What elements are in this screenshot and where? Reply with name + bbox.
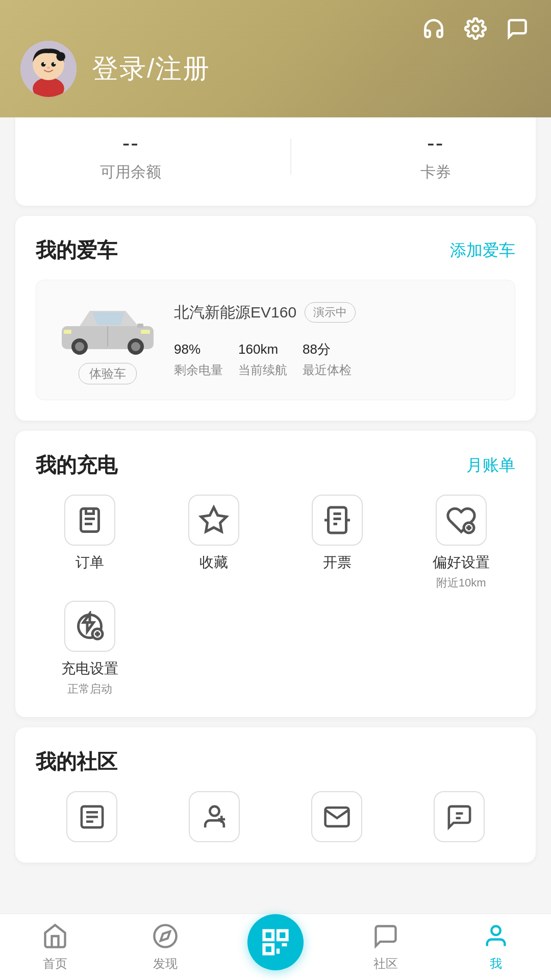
health-value: 88分 xyxy=(303,333,352,359)
coupon-label: 卡券 xyxy=(420,162,451,183)
header-icons xyxy=(420,15,531,42)
car-image-area: 体验车 xyxy=(52,296,164,384)
svg-marker-22 xyxy=(201,507,227,532)
charge-settings-label: 充电设置 xyxy=(61,659,118,678)
charge-settings-sublabel: 正常启动 xyxy=(67,681,112,697)
settings-icon[interactable] xyxy=(462,15,489,42)
car-name: 北汽新能源EV160 xyxy=(174,302,296,323)
svg-rect-15 xyxy=(141,330,150,334)
community-title: 我的社区 xyxy=(36,748,117,776)
heart-settings-icon xyxy=(446,505,477,535)
car-details: 北汽新能源EV160 演示中 98% 剩余电量 160km 当前续航 xyxy=(174,302,499,378)
community-item-follow[interactable] xyxy=(158,791,270,842)
user-icon xyxy=(483,923,509,951)
invoice-label: 开票 xyxy=(323,553,352,572)
battery-stat: 98% 剩余电量 xyxy=(174,333,223,378)
avatar[interactable] xyxy=(20,41,77,97)
charge-settings-icon xyxy=(74,611,105,642)
community-item-comment[interactable] xyxy=(403,791,515,842)
order-icon-box xyxy=(64,495,115,546)
battery-label: 剩余电量 xyxy=(174,362,223,378)
community-grid xyxy=(36,791,515,842)
invoice-icon xyxy=(322,505,353,535)
profile-row: 登录/注册 xyxy=(20,41,531,97)
car-info-card[interactable]: 体验车 北汽新能源EV160 演示中 98% 剩余电量 xyxy=(36,280,515,400)
post-icon-box xyxy=(66,791,117,842)
person-icon xyxy=(201,803,229,831)
health-label: 最近体检 xyxy=(303,362,352,378)
bottom-navigation: 首页 发现 社区 我 xyxy=(0,914,551,980)
svg-rect-47 xyxy=(278,930,287,940)
star-icon xyxy=(198,505,229,535)
nav-item-me[interactable]: 我 xyxy=(441,923,551,972)
preference-label: 偏好设置 xyxy=(433,553,490,572)
charging-item-order[interactable]: 订单 xyxy=(36,495,144,591)
svg-point-14 xyxy=(131,342,140,351)
my-car-title: 我的爱车 xyxy=(36,236,117,264)
my-car-card: 我的爱车 添加爱车 xyxy=(15,216,536,421)
community-header: 我的社区 xyxy=(36,748,515,776)
charging-item-preference[interactable]: 偏好设置 附近10km xyxy=(407,495,516,591)
available-balance[interactable]: -- 可用余额 xyxy=(100,130,161,183)
svg-point-12 xyxy=(75,342,84,351)
range-stat: 160km 当前续航 xyxy=(238,333,287,378)
mail-icon xyxy=(323,803,351,831)
clipboard-icon xyxy=(74,505,105,535)
charging-item-invoice[interactable]: 开票 xyxy=(283,495,392,591)
community-item-post[interactable] xyxy=(36,791,148,842)
login-register-text[interactable]: 登录/注册 xyxy=(92,51,210,87)
invoice-icon-box xyxy=(312,495,363,546)
preference-sublabel: 附近10km xyxy=(436,575,486,591)
nav-item-community[interactable]: 社区 xyxy=(331,923,441,972)
range-label: 当前续航 xyxy=(238,362,287,378)
comment-icon-box xyxy=(434,791,485,842)
monthly-bill-button[interactable]: 月账单 xyxy=(466,454,515,477)
message-box-icon-box xyxy=(311,791,362,842)
my-car-header: 我的爱车 添加爱车 xyxy=(36,236,515,264)
nav-center xyxy=(220,914,331,981)
charging-item-settings[interactable]: 充电设置 正常启动 xyxy=(36,601,144,697)
my-charging-card: 我的充电 月账单 订单 xyxy=(15,431,536,717)
headset-icon[interactable] xyxy=(420,15,447,42)
nav-item-discover[interactable]: 发现 xyxy=(110,923,220,972)
charging-row2: 充电设置 正常启动 xyxy=(36,601,515,697)
post-icon xyxy=(78,803,106,831)
nav-item-home[interactable]: 首页 xyxy=(0,923,110,972)
battery-value: 98% xyxy=(174,333,223,359)
scan-icon xyxy=(260,927,291,958)
balance-divider xyxy=(290,139,291,175)
coupon-balance[interactable]: -- 卡券 xyxy=(420,130,451,183)
discover-label: 发现 xyxy=(153,955,178,972)
compass-icon xyxy=(152,923,179,951)
charging-header: 我的充电 月账单 xyxy=(36,451,515,479)
svg-marker-45 xyxy=(161,931,170,940)
home-icon xyxy=(42,923,68,951)
add-car-button[interactable]: 添加爱车 xyxy=(450,239,515,262)
svg-point-54 xyxy=(491,926,500,935)
car-name-row: 北汽新能源EV160 演示中 xyxy=(174,302,499,323)
health-stat: 88分 最近体检 xyxy=(303,333,352,378)
charging-item-favorites[interactable]: 收藏 xyxy=(160,495,268,591)
community-nav-icon xyxy=(372,923,399,951)
comment-icon xyxy=(445,803,473,831)
community-label: 社区 xyxy=(373,955,398,972)
car-image xyxy=(57,296,159,357)
range-value: 160km xyxy=(238,333,287,359)
balance-label: 可用余额 xyxy=(100,162,161,183)
svg-point-9 xyxy=(47,67,51,69)
coupon-value: -- xyxy=(427,130,444,156)
svg-point-7 xyxy=(44,62,45,64)
svg-rect-18 xyxy=(137,324,143,328)
header-background: 登录/注册 xyxy=(0,0,551,117)
follow-icon-box xyxy=(189,791,240,842)
svg-point-39 xyxy=(210,806,219,815)
car-stats: 98% 剩余电量 160km 当前续航 88分 最近体 xyxy=(174,333,499,378)
message-icon[interactable] xyxy=(504,15,531,42)
trial-badge: 体验车 xyxy=(79,363,137,384)
community-item-message[interactable] xyxy=(281,791,393,842)
scan-button[interactable] xyxy=(247,914,304,970)
charging-grid: 订单 收藏 xyxy=(36,495,515,591)
svg-rect-16 xyxy=(64,330,71,334)
demo-badge: 演示中 xyxy=(305,302,356,323)
svg-point-4 xyxy=(56,52,65,61)
